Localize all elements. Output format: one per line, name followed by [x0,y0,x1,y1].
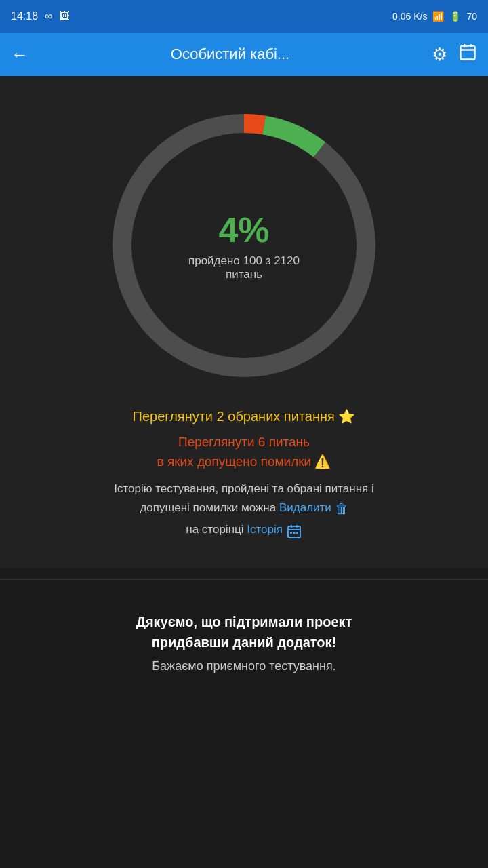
warning-icon: ⚠️ [314,454,331,469]
star-icon: ⭐ [338,409,355,424]
status-left: 14:18 ∞ 🖼 [11,10,70,22]
svg-rect-11 [290,532,292,534]
footer-section: Дякуємо, що підтримали проект придбавши … [0,591,488,694]
errors-link[interactable]: Переглянути 6 питань в яких допущено пом… [27,433,461,471]
status-bar: 14:18 ∞ 🖼 0,06 K/s 📶 🔋 70 [0,0,488,33]
trash-icon: 🗑 [335,501,348,516]
info-section: Переглянути 2 обраних питання ⭐ Переглян… [14,408,474,555]
main-content: 4% пройдено 100 з 2120 питань Переглянут… [0,76,488,568]
history-link[interactable]: Історія [247,524,283,536]
progress-circle: 4% пройдено 100 з 2120 питань [102,103,386,388]
image-icon: 🖼 [59,10,70,22]
footer-title: Дякуємо, що підтримали проект придбавши … [27,612,461,652]
speed-indicator: 0,06 K/s [392,11,427,22]
progress-subtitle: пройдено 100 з 2120 питань [173,254,315,281]
svg-rect-13 [296,532,298,534]
svg-rect-0 [461,45,475,59]
wifi-icon: 📶 [432,11,444,22]
status-time: 14:18 [11,10,38,22]
circle-center: 4% пройдено 100 з 2120 питань [173,210,315,281]
svg-rect-12 [293,532,295,534]
delete-link[interactable]: Видалити [279,502,331,515]
battery-level: 70 [466,11,477,22]
percent-label: 4% [173,210,315,250]
favorites-link[interactable]: Переглянути 2 обраних питання ⭐ [27,408,461,425]
info-block: Історію тестування, пройдені та обрані п… [27,479,461,541]
toolbar: ← Особистий кабі... ⚙ [0,33,488,76]
calendar-button[interactable] [458,43,477,66]
battery-icon: 🔋 [449,11,461,22]
footer-subtitle: Бажаємо приємного тестування. [27,659,461,673]
calendar-small-icon [286,523,302,538]
status-right: 0,06 K/s 📶 🔋 70 [392,11,477,22]
section-divider [0,579,488,580]
page-title: Особистий кабі... [39,45,421,63]
back-button[interactable]: ← [11,44,28,65]
settings-button[interactable]: ⚙ [432,44,447,65]
infinity-icon: ∞ [45,10,52,22]
